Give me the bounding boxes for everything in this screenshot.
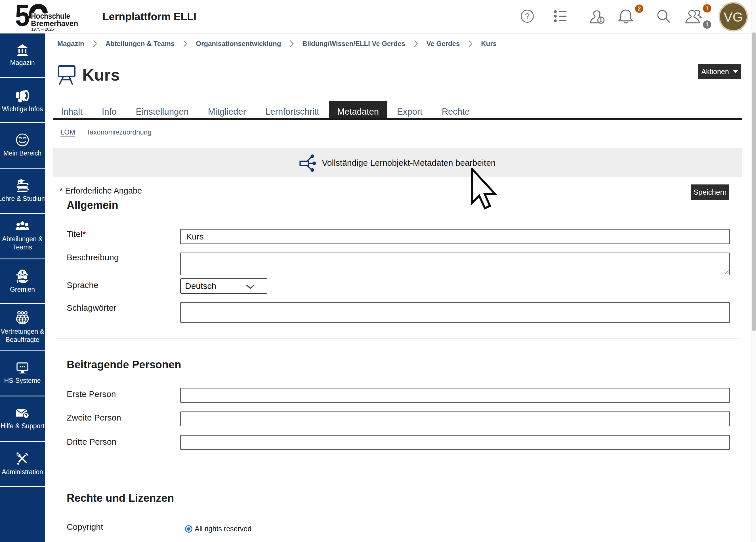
svg-text:?: ? [25, 413, 28, 419]
svg-text:?: ? [525, 11, 530, 21]
svg-text:5: 5 [15, 0, 30, 32]
svg-text:1975 – 2025: 1975 – 2025 [31, 27, 54, 31]
